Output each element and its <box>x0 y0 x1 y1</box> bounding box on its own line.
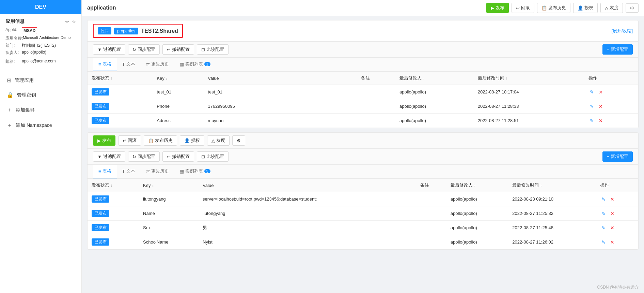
publish-history-button[interactable]: 📋 发布历史 <box>537 3 570 13</box>
delete-row-button[interactable]: ✕ <box>609 239 616 246</box>
section2-history-btn[interactable]: 📋 发布历史 <box>144 135 177 146</box>
section1-table: 发布状态↕ Key↕ Value 备注 最后修改人↕ 最后修改时间↕ 操作 已发… <box>88 72 638 128</box>
sidebar-item-manage-app[interactable]: ⊞ 管理应用 <box>0 73 81 88</box>
gear2-icon: ⚙ <box>237 138 241 143</box>
cell-key: Name <box>139 206 199 221</box>
delete-row-button[interactable]: ✕ <box>597 117 604 124</box>
appid-value: MSAD <box>22 27 37 34</box>
section2-action-bar: ▶ 发布 ↩ 回滚 📋 发布历史 👤 授权 <box>88 133 638 149</box>
section1-tab-text[interactable]: T 文本 <box>117 58 141 71</box>
cell-status: 已发布 <box>88 221 139 235</box>
sidebar-item-manage-app-label: 管理应用 <box>15 77 34 84</box>
section1-filter-btn[interactable]: ▼ 过滤配置 <box>93 44 125 55</box>
email-value: apollo@acme.com <box>22 59 56 64</box>
section2-add-btn[interactable]: + 新增配置 <box>602 151 633 162</box>
cell-status: 已发布 <box>88 99 153 114</box>
namespace1-public-badge: 公共 <box>98 27 111 34</box>
section2-filter-btn[interactable]: ▼ 过滤配置 <box>93 151 125 162</box>
dept-value: 样例部门2(TEST2) <box>22 43 56 48</box>
th-actions: 操作 <box>584 72 638 85</box>
section2-toolbar: ▼ 过滤配置 ↻ 同步配置 ↩ 撤销配置 ⊡ 比较配置 <box>88 149 638 165</box>
edit-icon[interactable]: ✏ <box>65 19 69 24</box>
sidebar-item-add-cluster-label: 添加集群 <box>16 107 35 113</box>
section1-revert-btn[interactable]: ↩ 撤销配置 <box>162 44 194 55</box>
sidebar-item-add-cluster[interactable]: ＋ 添加集群 <box>0 102 81 118</box>
delete-row-button[interactable]: ✕ <box>609 224 616 231</box>
edit-row-button[interactable]: ✎ <box>588 103 595 110</box>
section2-tabs: ≡ 表格 T 文本 ⇄ 更改历史 ▦ 实例列表 3 <box>88 165 638 179</box>
edit-row-button[interactable]: ✎ <box>600 210 607 217</box>
table-icon: ≡ <box>98 62 101 67</box>
cell-note <box>416 206 446 221</box>
publish-button[interactable]: ▶ 发布 <box>486 3 509 13</box>
section2-revert-btn[interactable]: ↩ 撤销配置 <box>162 151 194 162</box>
edit-row-button[interactable]: ✎ <box>600 239 607 246</box>
section2-compare-btn[interactable]: ⊡ 比较配置 <box>197 151 229 162</box>
cell-time: 2022-08-27 11:25:48 <box>508 221 596 235</box>
appname-label: 应用名称: <box>5 35 23 41</box>
edit-row-button[interactable]: ✎ <box>600 224 607 231</box>
th2-value: Value <box>199 179 416 192</box>
section1-tab-instances[interactable]: ▦ 实例列表 1 <box>174 58 216 71</box>
cell-note <box>416 192 446 206</box>
edit-row-button[interactable]: ✎ <box>600 196 607 203</box>
cell-modifier: apollo(apollo) <box>395 114 474 128</box>
section1-add-btn[interactable]: + 新增配置 <box>602 44 633 55</box>
gray-icon: △ <box>605 5 608 11</box>
lock-icon: 🔒 <box>7 92 14 98</box>
text-icon: T <box>122 62 125 67</box>
filter2-icon: ▼ <box>97 154 102 159</box>
section2-rollback-btn[interactable]: ↩ 回滚 <box>118 135 141 146</box>
history-change2-icon: ⇄ <box>146 169 150 174</box>
section1-tab-table[interactable]: ≡ 表格 <box>93 58 117 71</box>
delete-row-button[interactable]: ✕ <box>597 103 604 110</box>
cell-actions: ✎ ✕ <box>596 221 639 235</box>
gray-button[interactable]: △ 灰度 <box>600 3 623 13</box>
section1-tab-history[interactable]: ⇄ 更改历史 <box>141 58 174 71</box>
table-row: 已发布 SchoolName Nyist apollo(apollo) 2022… <box>88 235 638 249</box>
section1-compare-btn[interactable]: ⊡ 比较配置 <box>197 44 229 55</box>
sidebar-item-manage-key[interactable]: 🔒 管理密钥 <box>0 88 81 102</box>
sidebar-menu: ⊞ 管理应用 🔒 管理密钥 ＋ 添加集群 ＋ 添加 Namespace <box>0 70 81 136</box>
cell-value: Nyist <box>199 235 416 249</box>
delete-row-button[interactable]: ✕ <box>609 196 616 203</box>
section1-sync-btn[interactable]: ↻ 同步配置 <box>128 44 160 55</box>
sidebar-item-add-namespace[interactable]: ＋ 添加 Namespace <box>0 118 81 133</box>
app-info-title: 应用信息 <box>5 18 25 25</box>
th-modifier: 最后修改人↕ <box>395 72 474 85</box>
cell-time: 2022-08-27 11:25:32 <box>508 206 596 221</box>
rollback-button[interactable]: ↩ 回滚 <box>512 3 534 13</box>
table-row: 已发布 liutongyang server=localhost;uid=roo… <box>88 192 638 206</box>
cell-time: 2022-08-27 11:26:02 <box>508 235 596 249</box>
section2-tab-history[interactable]: ⇄ 更改历史 <box>141 165 174 178</box>
cell-actions: ✎ ✕ <box>584 85 638 99</box>
section2-instance-badge: 3 <box>204 169 210 173</box>
edit-row-button[interactable]: ✎ <box>588 117 595 124</box>
section2-sync-btn[interactable]: ↻ 同步配置 <box>128 151 160 162</box>
th2-status: 发布状态↕ <box>88 179 139 192</box>
section2-tab-table[interactable]: ≡ 表格 <box>93 165 117 178</box>
section2-tab-instances[interactable]: ▦ 实例列表 3 <box>174 165 216 178</box>
section2-table: 发布状态↕ Key↕ Value 备注 最后修改人↕ 最后修改时间↕ 操作 已发… <box>88 179 638 249</box>
section2-toolbar-left: ▼ 过滤配置 ↻ 同步配置 ↩ 撤销配置 ⊡ 比较配置 <box>93 151 229 162</box>
delete-row-button[interactable]: ✕ <box>609 210 616 217</box>
section2-authorize-btn[interactable]: 👤 授权 <box>180 135 204 146</box>
cell-actions: ✎ ✕ <box>584 99 638 114</box>
delete-row-button[interactable]: ✕ <box>597 89 604 96</box>
star-icon[interactable]: ☆ <box>72 19 76 24</box>
section2-gray-btn[interactable]: △ 灰度 <box>207 135 230 146</box>
authorize-button[interactable]: 👤 授权 <box>573 3 598 13</box>
compare-icon: ⊡ <box>201 47 205 52</box>
section2-tab-text[interactable]: T 文本 <box>117 165 141 178</box>
cell-status: 已发布 <box>88 192 139 206</box>
authorize2-icon: 👤 <box>184 138 190 143</box>
settings-button[interactable]: ⚙ <box>626 3 639 13</box>
cell-note <box>357 114 395 128</box>
dept-label: 部门: <box>5 43 22 48</box>
section2-settings-btn[interactable]: ⚙ <box>232 135 245 146</box>
edit-row-button[interactable]: ✎ <box>588 89 595 96</box>
section2-publish-btn[interactable]: ▶ 发布 <box>93 135 115 146</box>
namespace1-expand-link[interactable]: [展开/收缩] <box>611 28 633 34</box>
grid-icon: ⊞ <box>7 77 11 84</box>
gear-icon: ⚙ <box>630 5 634 11</box>
